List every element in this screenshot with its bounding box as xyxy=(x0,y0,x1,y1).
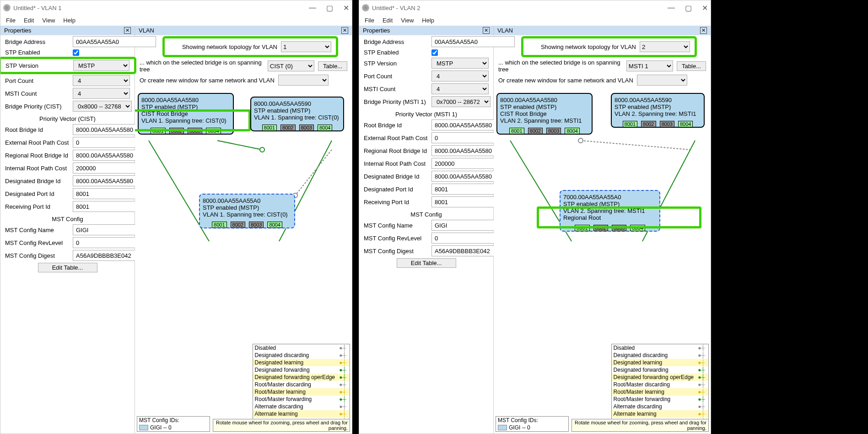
bridge-node[interactable]: 8000.00AA55AA5590 STP enabled (MSTP) VLA… xyxy=(611,93,705,128)
stp-enabled-label: STP Enabled xyxy=(5,49,69,56)
port[interactable]: 8003 xyxy=(299,125,314,131)
spanning-tree-select[interactable]: MSTI 1 xyxy=(626,60,673,71)
bridge-node-selected[interactable]: 7000.00AA55AA55A0 STP enabled (MSTP) VLA… xyxy=(560,190,660,232)
bridge-node[interactable]: 8000.00AA55AA5580 STP enabled (MSTP) CIS… xyxy=(138,93,234,135)
edit-table-button[interactable]: Edit Table... xyxy=(38,263,97,272)
port[interactable]: 8004 xyxy=(267,222,282,228)
bridge-node[interactable]: 8000.00AA55AA5580 STP enabled (MSTP) CIS… xyxy=(496,93,593,135)
window-buttons: — ▢ ✕ xyxy=(668,4,708,12)
stp-version-select[interactable]: MSTP xyxy=(431,58,489,69)
minimize-icon[interactable]: — xyxy=(668,4,675,12)
mst-name-label: MST Config Name xyxy=(5,227,69,233)
hint-tooltip: Rotate mouse wheel for zooming, press wh… xyxy=(571,419,709,432)
port[interactable]: 8003 xyxy=(249,222,264,228)
menu-help[interactable]: Help xyxy=(63,17,75,24)
menu-edit[interactable]: Edit xyxy=(383,17,393,24)
new-window-select[interactable] xyxy=(278,75,329,86)
bridge-node[interactable]: 8000.00AA55AA5590 STP enabled (MSTP) VLA… xyxy=(250,97,344,131)
show-for-label: Showing network topology for VLAN xyxy=(169,43,277,50)
window-title: Untitled* - VLAN 1 xyxy=(13,5,62,11)
close-panel-icon[interactable]: ✕ xyxy=(700,27,707,34)
topology-canvas[interactable]: 8000.00AA55AA5580 STP enabled (MSTP) CIS… xyxy=(135,90,352,434)
menu-edit[interactable]: Edit xyxy=(24,17,34,24)
menubar: File Edit View Help xyxy=(359,15,711,26)
menubar: File Edit View Help xyxy=(0,15,352,26)
reg-root-bridge-id-label: Regional Root Bridge Id xyxy=(5,152,69,159)
legend-row: Root/Master learning●┼ xyxy=(612,388,708,396)
table-button[interactable]: Table... xyxy=(677,61,706,71)
legend-row: Designated forwarding●┼ xyxy=(612,366,708,374)
bridge-priority-select[interactable]: 0x8000 -- 32768 xyxy=(73,101,132,112)
table-button[interactable]: Table... xyxy=(318,61,347,71)
port[interactable]: 8002 xyxy=(280,125,295,131)
legend-row: Designated discarding●┼ xyxy=(612,352,708,359)
maximize-icon[interactable]: ▢ xyxy=(685,4,692,12)
legend-symbol-icon: ●┼ xyxy=(696,411,706,417)
int-root-path-cost-label: Internal Root Path Cost xyxy=(5,165,69,172)
legend-symbol-icon: ●┼ xyxy=(696,396,706,402)
stp-enabled-checkbox[interactable] xyxy=(73,49,79,56)
node-vlan: VLAN 2. Spanning tree: MSTI1 xyxy=(500,117,589,124)
port[interactable]: 8002 xyxy=(231,222,245,228)
bridge-address-label: Bridge Address xyxy=(364,38,428,45)
port[interactable]: 8002 xyxy=(528,128,543,134)
port[interactable]: 8001 xyxy=(509,128,524,134)
node-id: 8000.00AA55AA5590 xyxy=(254,100,340,107)
port[interactable]: 8003 xyxy=(546,128,561,134)
bridge-address-label: Bridge Address xyxy=(5,38,69,45)
ext-root-path-cost-label: External Root Path Cost xyxy=(5,139,69,146)
port[interactable]: 8004 xyxy=(318,125,332,131)
legend-symbol-icon: ●┼ xyxy=(338,345,348,351)
legend-row: Designated forwarding●┼ xyxy=(253,366,350,374)
menu-help[interactable]: Help xyxy=(422,17,434,24)
close-panel-icon[interactable]: ✕ xyxy=(124,27,131,34)
close-panel-icon[interactable]: ✕ xyxy=(483,27,490,34)
close-icon[interactable]: ✕ xyxy=(702,4,708,12)
menu-file[interactable]: File xyxy=(365,17,374,24)
maximize-icon[interactable]: ▢ xyxy=(326,4,333,12)
bridge-node-selected[interactable]: 8000.00AA55AA55A0 STP enabled (MSTP) VLA… xyxy=(199,194,295,228)
port[interactable]: 8003 xyxy=(660,121,674,127)
node-vlan: VLAN 1. Spanning tree: CIST(0) xyxy=(203,211,291,218)
vlan-select[interactable]: 2 xyxy=(640,41,690,52)
menu-view[interactable]: View xyxy=(401,17,414,24)
port[interactable]: 8001 xyxy=(262,125,277,131)
port[interactable]: 8004 xyxy=(565,128,579,134)
desig-port-id-label: Designated Port Id xyxy=(5,190,69,197)
spanning-tree-select[interactable]: CIST (0) xyxy=(268,60,314,71)
root-bridge-id-label: Root Bridge Id xyxy=(5,126,69,133)
msti-count-select[interactable]: 4 xyxy=(431,83,489,94)
port[interactable]: 8004 xyxy=(678,121,693,127)
recv-port-id-label: Receiving Port Id xyxy=(5,203,69,210)
port-count-select[interactable]: 4 xyxy=(431,71,489,81)
msti-count-select[interactable]: 4 xyxy=(73,88,130,99)
close-panel-icon[interactable]: ✕ xyxy=(341,27,348,34)
legend-symbol-icon: ●┼ xyxy=(338,352,348,358)
topology-canvas[interactable]: 8000.00AA55AA5580 STP enabled (MSTP) CIS… xyxy=(494,90,711,434)
legend-symbol-icon: ●┼ xyxy=(696,352,706,358)
port[interactable]: 8001 xyxy=(212,222,226,228)
port[interactable]: 8001 xyxy=(623,121,637,127)
port-count-select[interactable]: 4 xyxy=(73,75,130,86)
swatch-icon xyxy=(139,425,148,430)
legend-row: Disabled●┼ xyxy=(612,344,708,352)
new-window-select[interactable] xyxy=(637,75,687,86)
minimize-icon[interactable]: — xyxy=(309,4,316,12)
bridge-priority-label: Bridge Priority (CIST) xyxy=(5,103,69,110)
legend-row: Root/Master forwarding●┼ xyxy=(612,396,708,403)
menu-file[interactable]: File xyxy=(6,17,16,24)
legend-row: Designated forwarding operEdge●┼ xyxy=(253,374,350,381)
app-icon xyxy=(362,4,369,11)
edit-table-button[interactable]: Edit Table... xyxy=(397,258,456,268)
vlan-select[interactable]: 1 xyxy=(281,41,331,52)
close-icon[interactable]: ✕ xyxy=(343,4,349,12)
stp-version-select[interactable]: MSTP xyxy=(73,60,129,71)
mst-config-header: MST Config xyxy=(359,208,493,219)
node-vlan: VLAN 1. Spanning tree: CIST(0) xyxy=(254,114,340,121)
bridge-priority-select[interactable]: 0x7000 -- 28672 xyxy=(431,96,491,107)
node-id: 8000.00AA55AA5580 xyxy=(141,97,230,103)
port-count-label: Port Count xyxy=(5,77,69,84)
stp-enabled-checkbox[interactable] xyxy=(431,49,438,56)
port[interactable]: 8002 xyxy=(641,121,656,127)
menu-view[interactable]: View xyxy=(42,17,55,24)
